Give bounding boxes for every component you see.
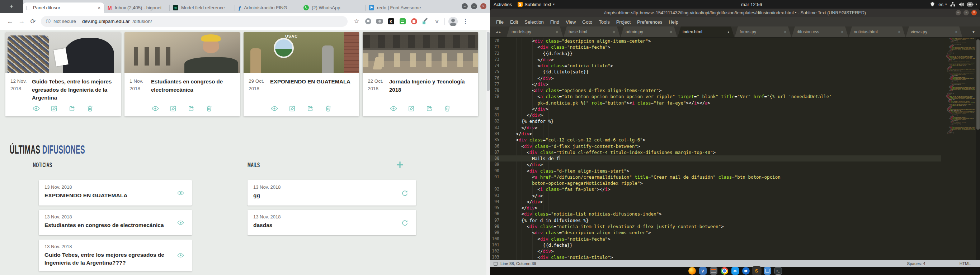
code-line[interactable]: 91 <a href="/difusion/crearmaildifusion"…: [490, 174, 941, 180]
delete-icon[interactable]: [325, 105, 332, 112]
view-icon[interactable]: [390, 105, 397, 112]
code-line[interactable]: 75 {{d.titulo|safe}}: [490, 69, 941, 75]
tab-close-icon[interactable]: ×: [554, 30, 558, 34]
resend-icon[interactable]: [401, 190, 408, 196]
code-line[interactable]: 76 </div>: [490, 75, 941, 81]
list-item[interactable]: 13 Nov. 2018Guido Tebes, entre los mejor…: [39, 240, 192, 272]
code-line[interactable]: pk=d.noticia.pk %}" role="button"><i cla…: [490, 100, 941, 106]
share-icon[interactable]: [188, 105, 195, 112]
syntax-label[interactable]: HTML: [959, 261, 970, 266]
reload-button[interactable]: ⟳: [27, 17, 39, 25]
dock-file-archiver-icon[interactable]: [710, 267, 718, 275]
network-icon[interactable]: [950, 2, 955, 7]
code-line[interactable]: 94 </div>: [490, 199, 941, 205]
edit-icon[interactable]: [289, 105, 296, 112]
editor-tab-views.py[interactable]: views.py×: [906, 27, 963, 37]
delete-icon[interactable]: [86, 105, 94, 112]
editor-scrollbar-thumb[interactable]: [977, 40, 980, 130]
scroll-left-icon[interactable]: ◂: [496, 30, 498, 34]
tab-scroll-arrows[interactable]: ◂ ▸: [490, 27, 506, 37]
minimize-button[interactable]: –: [462, 3, 468, 9]
tab-close-icon[interactable]: ×: [668, 30, 672, 34]
dock-sublime-text-icon[interactable]: S: [753, 267, 760, 275]
dock-teamviewer-icon[interactable]: ⇄: [742, 267, 750, 275]
code-line[interactable]: 83 </div>: [490, 125, 941, 131]
back-button[interactable]: ←: [4, 17, 16, 25]
share-icon[interactable]: [307, 105, 314, 112]
extension-green-icon[interactable]: [399, 17, 406, 25]
code-line[interactable]: 71 <div class="noticia-fecha">: [490, 44, 941, 50]
browser-tab[interactable]: djModel field reference: [169, 3, 235, 13]
view-icon[interactable]: [177, 219, 184, 226]
editor-tab-forms.py[interactable]: forms.py×: [735, 27, 791, 37]
panel-toggle-icon[interactable]: [493, 262, 498, 266]
extension-vue-icon[interactable]: V: [433, 17, 441, 25]
code-line[interactable]: 89 </div>: [490, 161, 941, 168]
list-item[interactable]: 13 Nov. 2018EXPONIENDO EN GUATEMALA: [39, 180, 192, 205]
editor-tab-base.html[interactable]: base.html×: [563, 27, 620, 37]
code-line[interactable]: 103 <div class="noticia-titulo">: [490, 254, 941, 260]
view-icon[interactable]: [152, 105, 159, 112]
share-icon[interactable]: [426, 105, 433, 112]
browser-tab[interactable]: ⚑redo | Font Awesome: [365, 3, 430, 13]
sublime-title-bar[interactable]: /tmp/sublime-sftp-browse-1542111432/fing…: [490, 9, 980, 17]
menu-help[interactable]: Help: [665, 19, 682, 25]
maximize-button[interactable]: ▫: [964, 10, 969, 16]
extension-lightbulb-icon[interactable]: [364, 17, 372, 25]
code-line[interactable]: 87 <div class="titulo cl-effect-4 titulo…: [490, 149, 941, 155]
code-line[interactable]: 78 <div class="opciones d-flex align-ite…: [490, 87, 941, 93]
tab-close-icon[interactable]: ×: [953, 30, 958, 34]
menu-view[interactable]: View: [562, 19, 579, 25]
news-card[interactable]: 22 Oct. 2018Jornada Ingenio y Tecnología…: [363, 32, 478, 116]
profile-avatar[interactable]: [449, 17, 458, 26]
activities-button[interactable]: Activities: [493, 2, 512, 7]
extension-screenshot-icon[interactable]: [375, 17, 383, 25]
code-line[interactable]: 102 </div>: [490, 248, 941, 254]
code-area[interactable]: 70 <div class="descripcion align-items-c…: [490, 38, 941, 260]
code-line[interactable]: 74 <div class="noticia-titulo">: [490, 63, 941, 69]
minimap[interactable]: <div class="descripcion align-items-cent…: [944, 38, 975, 134]
code-line[interactable]: 81 </div>: [490, 112, 941, 118]
code-line[interactable]: 70 <div class="descripcion align-items-c…: [490, 38, 941, 44]
close-button[interactable]: ×: [480, 3, 487, 9]
menu-goto[interactable]: Goto: [579, 19, 595, 25]
extension-colorpicker-icon[interactable]: [422, 17, 430, 25]
list-item[interactable]: 13 Nov. 2018dasdas: [248, 210, 416, 235]
dock-terminal-icon[interactable]: >_: [775, 267, 782, 275]
dock-boxes-icon[interactable]: [764, 267, 771, 275]
editor-tab-models.py[interactable]: models.py×: [506, 27, 563, 37]
code-line[interactable]: 79 <a class="btn boton-opcion boton-opci…: [490, 93, 941, 100]
menu-project[interactable]: Project: [613, 19, 634, 25]
extension-adblock-icon[interactable]: [410, 17, 418, 25]
menu-file[interactable]: File: [493, 19, 507, 25]
tab-close-icon[interactable]: ×: [96, 5, 100, 10]
page-scrollbar[interactable]: [487, 30, 490, 275]
minimize-button[interactable]: –: [956, 10, 961, 16]
news-card[interactable]: 12 Nov. 2018Guido Tebes, entre los mejor…: [5, 32, 121, 116]
news-card[interactable]: USAC29 Oct. 2018EXPONIENDO EN GUATEMALA: [243, 32, 359, 116]
bookmark-star-icon[interactable]: ☆: [353, 17, 361, 25]
code-line[interactable]: 92 <i class="fas fa-plus"></i>: [490, 186, 941, 192]
code-line[interactable]: 88 Mails de f: [490, 155, 941, 161]
browser-tab[interactable]: Panel difusor×: [23, 3, 104, 13]
keyboard-layout-indicator[interactable]: es ▾: [939, 2, 947, 7]
dock-vscode-icon[interactable]: <>: [732, 267, 739, 275]
view-icon[interactable]: [33, 105, 40, 112]
tab-list-icon[interactable]: ▼: [967, 27, 980, 37]
volume-icon[interactable]: [959, 2, 964, 7]
view-icon[interactable]: [177, 190, 184, 196]
browser-menu-icon[interactable]: ⋮: [461, 17, 469, 25]
clock[interactable]: mar 12:56: [741, 0, 762, 9]
edit-icon[interactable]: [408, 105, 415, 112]
code-line[interactable]: 90 <div class="d-flex align-items-start"…: [490, 168, 941, 174]
dock-firefox-icon[interactable]: [688, 267, 696, 275]
editor-scrollbar[interactable]: [976, 38, 980, 260]
code-line[interactable]: 96 <div class="noticia-list noticias-dif…: [490, 211, 941, 217]
code-line[interactable]: 73 </div>: [490, 57, 941, 63]
list-item[interactable]: 13 Nov. 2018Estudiantes en congreso de e…: [39, 210, 192, 235]
editor-tab-noticias.html[interactable]: noticias.html×: [849, 27, 905, 37]
browser-tab[interactable]: ƒAdministración FING: [235, 3, 300, 13]
code-line[interactable]: 72 {{d.fecha}}: [490, 51, 941, 57]
forward-button[interactable]: →: [16, 17, 27, 25]
code-line[interactable]: 84 </div>: [490, 131, 941, 137]
